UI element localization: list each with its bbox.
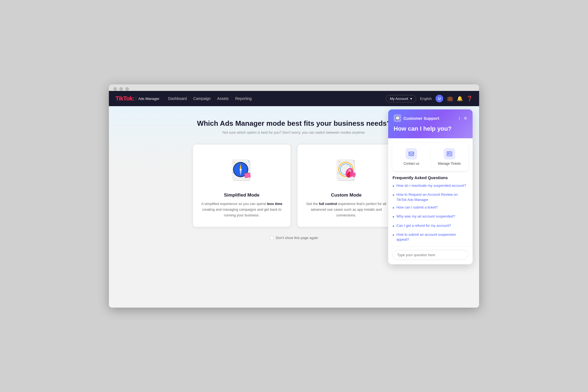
help-icon[interactable]: ❓ (467, 96, 473, 102)
tiktok-logo: TikTok: (115, 95, 134, 102)
account-label: My Account (390, 97, 408, 101)
main-content: Which Ads Manager mode best fits your bu… (109, 106, 479, 308)
svg-text:✦: ✦ (338, 160, 340, 163)
actions-divider (430, 147, 431, 167)
support-expand-button[interactable]: ↕ (458, 116, 460, 121)
support-actions-row: Contact us (393, 143, 468, 171)
custom-card-title: Custom Mode (305, 192, 387, 198)
svg-text:✦: ✦ (353, 160, 355, 162)
dont-show-row: Don't show this page again (170, 236, 418, 240)
dont-show-checkbox[interactable] (270, 236, 274, 240)
faq-item-1[interactable]: • How to Request an Account Review on Ti… (393, 192, 468, 202)
dot-green (125, 87, 129, 91)
nav-assets[interactable]: Assets (217, 95, 229, 102)
simplified-card-desc: A simplified experience so you can spend… (201, 201, 283, 218)
faq-link-3[interactable]: Why was my ad account suspended? (396, 214, 455, 219)
brand: TikTok: Ads Manager (115, 95, 160, 102)
dont-show-label: Don't show this page again (276, 236, 318, 240)
custom-icon: ✦ ✦ ✦ (330, 154, 363, 187)
support-brand-label: Customer Support (403, 116, 439, 121)
faq-link-0[interactable]: How do I reactivate my suspended account… (396, 183, 466, 188)
ads-manager-label: Ads Manager (136, 97, 159, 101)
support-logo-icon: 💬 (394, 114, 401, 122)
faq-bullet-4: • (393, 223, 394, 229)
lang-label[interactable]: English (420, 97, 432, 101)
custom-desc-prefix: Get the (306, 202, 319, 206)
manage-tickets-label: Manage Tickets (438, 162, 461, 166)
contact-us-label: Contact us (404, 162, 419, 166)
faq-bullet-1: • (393, 192, 394, 198)
support-header: 💬 Customer Support ↕ ✕ How can I help yo… (388, 109, 473, 138)
faq-link-4[interactable]: Can I get a refund for my account? (396, 223, 451, 228)
svg-text:✦: ✦ (337, 172, 339, 174)
faq-item-0[interactable]: • How do I reactivate my suspended accou… (393, 183, 468, 189)
svg-text:✦: ✦ (248, 160, 250, 163)
faq-list: • How do I reactivate my suspended accou… (393, 183, 468, 242)
browser-body: TikTok: Ads Manager Dashboard Campaign A… (109, 91, 479, 308)
simplified-mode-card[interactable]: ✦ ✦ ✦ Simplified Mode A simplified exper… (193, 144, 291, 227)
dot-red (113, 87, 117, 91)
custom-desc-bold: full control (319, 202, 337, 206)
support-brand: 💬 Customer Support (394, 114, 439, 122)
contact-icon (408, 151, 415, 157)
custom-mode-card[interactable]: ✦ ✦ ✦ Custom Mode Get the full control e… (297, 144, 395, 227)
tickets-icon (446, 151, 453, 157)
faq-link-2[interactable]: How can I submit a ticket? (396, 205, 438, 210)
browser-window: TikTok: Ads Manager Dashboard Campaign A… (109, 84, 479, 308)
support-search-input[interactable] (393, 250, 468, 260)
simplified-card-title: Simplified Mode (201, 192, 283, 198)
svg-rect-23 (409, 152, 414, 156)
faq-item-3[interactable]: • Why was my ad account suspended? (393, 214, 468, 220)
faq-item-4[interactable]: • Can I get a refund for my account? (393, 223, 468, 229)
simplified-desc-suffix: creating and managing campaigns and get … (202, 207, 281, 217)
faq-link-1[interactable]: How to Request an Account Review on TikT… (396, 192, 468, 202)
contact-icon-box (406, 148, 417, 160)
browser-chrome (109, 84, 479, 91)
support-panel: 💬 Customer Support ↕ ✕ How can I help yo… (388, 109, 473, 264)
faq-bullet-3: • (393, 214, 394, 220)
nav-campaign[interactable]: Campaign (193, 95, 211, 102)
navbar-right: My Account ▾ English U 💼 🔔 ❓ (386, 95, 473, 102)
custom-card-desc: Get the full control experience that's p… (305, 201, 387, 218)
nav-dashboard[interactable]: Dashboard (168, 95, 187, 102)
faq-bullet-2: • (393, 205, 394, 211)
faq-bullet-0: • (393, 183, 394, 189)
svg-rect-27 (448, 153, 449, 154)
tickets-icon-box (444, 148, 455, 160)
svg-text:✦: ✦ (231, 172, 233, 174)
navbar-nav: Dashboard Campaign Assets Reporting (168, 95, 377, 102)
account-dropdown[interactable]: My Account ▾ (386, 95, 416, 102)
dot-yellow (119, 87, 123, 91)
support-header-actions: ↕ ✕ (458, 116, 467, 121)
mode-cards: ✦ ✦ ✦ Simplified Mode A simplified exper… (170, 144, 418, 227)
support-body: Contact us (388, 138, 473, 246)
simplified-desc-prefix: A simplified experience so you can spend (201, 202, 267, 206)
bell-icon[interactable]: 🔔 (457, 96, 463, 102)
support-title: How can I help you? (394, 125, 467, 132)
faq-item-5[interactable]: • How to submit an account suspension ap… (393, 232, 468, 242)
svg-point-7 (240, 169, 241, 170)
faq-title: Frequently Asked Questions (393, 175, 468, 180)
nav-reporting[interactable]: Reporting (235, 95, 252, 102)
mode-selector: Which Ads Manager mode best fits your bu… (163, 106, 425, 249)
simplified-icon: ✦ ✦ ✦ (225, 154, 258, 187)
user-avatar[interactable]: U (436, 95, 443, 102)
simplified-desc-bold: less time (267, 202, 282, 206)
page-title: Which Ads Manager mode best fits your bu… (170, 119, 418, 128)
tiktok-text: TikTok (115, 95, 133, 102)
faq-item-2[interactable]: • How can I submit a ticket? (393, 205, 468, 211)
tiktok-colon: : (133, 95, 134, 102)
chevron-down-icon: ▾ (410, 97, 412, 101)
support-header-top: 💬 Customer Support ↕ ✕ (394, 114, 467, 122)
briefcase-icon[interactable]: 💼 (447, 96, 453, 102)
faq-link-5[interactable]: How to submit an account suspension appe… (396, 232, 468, 242)
browser-dots (113, 87, 475, 91)
faq-bullet-5: • (393, 232, 394, 238)
support-input-row (388, 246, 473, 264)
manage-tickets-action[interactable]: Manage Tickets (434, 146, 465, 168)
page-subtitle: Not sure which option is best for you? D… (170, 130, 418, 134)
contact-us-action[interactable]: Contact us (396, 146, 427, 168)
navbar: TikTok: Ads Manager Dashboard Campaign A… (109, 91, 479, 106)
support-close-button[interactable]: ✕ (464, 116, 467, 121)
svg-text:✦: ✦ (233, 161, 235, 164)
